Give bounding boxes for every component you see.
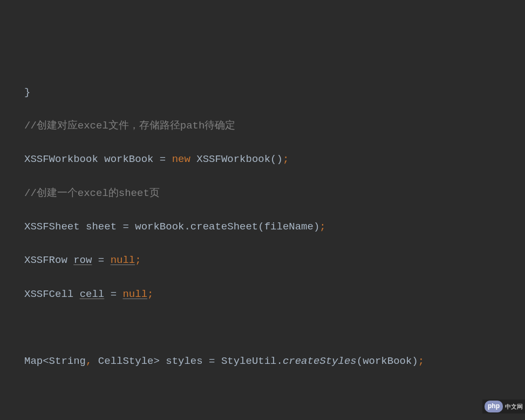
php-logo: php	[485, 401, 503, 412]
code-text: CellStyle> styles = StyleUtil.	[92, 355, 282, 367]
code-line: XSSFSheet sheet = workBook.createSheet(f…	[24, 219, 525, 235]
code-line: XSSFCell cell = null;	[24, 286, 525, 303]
code-line: Map<String, CellStyle> styles = StyleUti…	[24, 353, 525, 370]
code-text: XSSFSheet sheet = workBook.createSheet(f…	[24, 221, 319, 233]
watermark: php 中文网	[482, 399, 525, 414]
code-text: XSSFCell	[24, 288, 80, 300]
semicolon: ;	[135, 254, 141, 266]
code-text: =	[104, 288, 122, 300]
var-cell: cell	[80, 288, 105, 300]
semicolon: ;	[319, 221, 325, 233]
code-text: XSSFWorkbook()	[190, 153, 283, 165]
code-comment: //创建对应excel文件，存储路径path待确定	[24, 118, 525, 134]
keyword-null: null	[122, 288, 147, 300]
code-text: Map<String	[24, 355, 86, 367]
code-text: (workBook)	[357, 355, 418, 367]
comma: ,	[86, 355, 92, 367]
code-line: }	[24, 84, 525, 101]
empty-line	[24, 320, 525, 336]
code-editor: } //创建对应excel文件，存储路径path待确定 XSSFWorkbook…	[24, 67, 525, 420]
code-line: XSSFWorkbook workBook = new XSSFWorkbook…	[24, 151, 525, 168]
semicolon: ;	[418, 355, 424, 367]
code-line: XSSFRow row = null;	[24, 252, 525, 269]
code-text: XSSFRow	[24, 254, 73, 266]
method-call: createStyles	[283, 355, 357, 367]
code-text: =	[92, 254, 110, 266]
empty-line	[24, 387, 525, 404]
code-comment: //创建一个excel的sheet页	[24, 185, 525, 202]
semicolon: ;	[147, 288, 153, 300]
code-text: XSSFWorkbook workBook =	[24, 153, 172, 165]
keyword-null: null	[111, 254, 135, 266]
keyword-new: new	[172, 153, 190, 165]
semicolon: ;	[283, 153, 289, 165]
var-row: row	[73, 254, 92, 266]
watermark-text: 中文网	[505, 402, 523, 411]
